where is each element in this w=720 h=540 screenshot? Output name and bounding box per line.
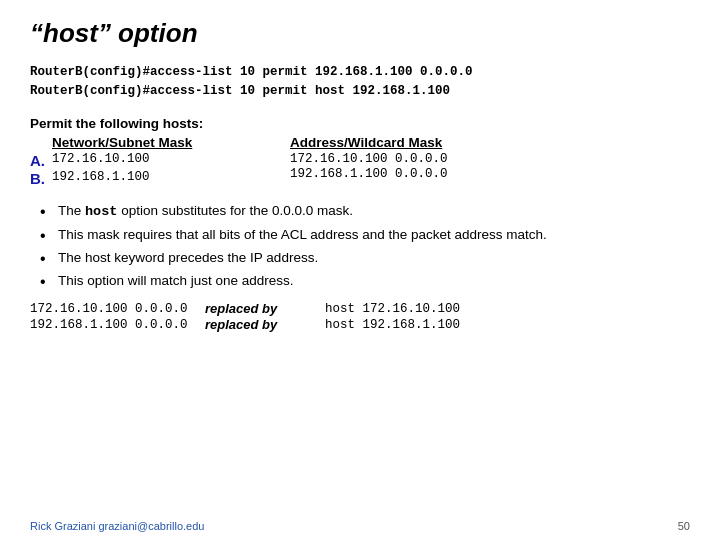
code-block: RouterB(config)#access-list 10 permit 19… [30, 63, 690, 102]
bullet-text-3: The host keyword precedes the IP address… [58, 249, 690, 268]
footer: Rick Graziani graziani@cabrillo.edu 50 [0, 520, 720, 532]
replaced-result-1: host 172.16.10.100 [325, 302, 460, 316]
network-a: 172.16.10.100 [52, 152, 150, 166]
bullet-item-4: • This option will match just one addres… [40, 272, 690, 291]
bullet-item-3: • The host keyword precedes the IP addre… [40, 249, 690, 268]
wildcard-b: 192.168.1.100 0.0.0.0 [290, 167, 448, 181]
replaced-by-2: replaced by [205, 317, 325, 332]
footer-author: Rick Graziani graziani@cabrillo.edu [30, 520, 204, 532]
host-code: host [85, 204, 117, 219]
permit-row-b: B. 192.168.1.100 [30, 170, 290, 187]
replaced-addr-2: 192.168.1.100 0.0.0.0 [30, 318, 205, 332]
col-header-wildcard: Address/Wildcard Mask [290, 135, 550, 150]
replaced-result-2: host 192.168.1.100 [325, 318, 460, 332]
bullet-text-2: This mask requires that all bits of the … [58, 226, 690, 245]
wildcard-a: 172.16.10.100 0.0.0.0 [290, 152, 448, 166]
wildcard-row-b: 192.168.1.100 0.0.0.0 [290, 167, 550, 181]
letter-a: A. [30, 152, 52, 169]
letter-b: B. [30, 170, 52, 187]
bullet-text-4: This option will match just one address. [58, 272, 690, 291]
permit-section: Permit the following hosts: Network/Subn… [30, 116, 690, 188]
network-b: 192.168.1.100 [52, 170, 150, 184]
bullet-dot-3: • [40, 249, 58, 268]
permit-right-col: Address/Wildcard Mask 172.16.10.100 0.0.… [290, 135, 550, 188]
bullet-text-1: The host option substitutes for the 0.0.… [58, 202, 690, 222]
permit-heading: Permit the following hosts: [30, 116, 690, 131]
permit-row-a: A. 172.16.10.100 [30, 152, 290, 169]
replaced-row-1: 172.16.10.100 0.0.0.0 replaced by host 1… [30, 301, 690, 316]
wildcard-row-a: 172.16.10.100 0.0.0.0 [290, 152, 550, 166]
col-header-network: Network/Subnet Mask [52, 135, 290, 150]
bullet-item-1: • The host option substitutes for the 0.… [40, 202, 690, 222]
replaced-addr-1: 172.16.10.100 0.0.0.0 [30, 302, 205, 316]
bullet-list: • The host option substitutes for the 0.… [40, 202, 690, 291]
bullet-item-2: • This mask requires that all bits of th… [40, 226, 690, 245]
replaced-section: 172.16.10.100 0.0.0.0 replaced by host 1… [30, 301, 690, 332]
footer-page: 50 [678, 520, 690, 532]
permit-table: Network/Subnet Mask A. 172.16.10.100 B. … [30, 135, 690, 188]
code-line-2: RouterB(config)#access-list 10 permit ho… [30, 82, 690, 101]
bullet-dot-1: • [40, 202, 58, 221]
bullet-dot-2: • [40, 226, 58, 245]
permit-left-col: Network/Subnet Mask A. 172.16.10.100 B. … [30, 135, 290, 188]
bullet-dot-4: • [40, 272, 58, 291]
replaced-row-2: 192.168.1.100 0.0.0.0 replaced by host 1… [30, 317, 690, 332]
page-title: “host” option [30, 18, 690, 49]
replaced-by-1: replaced by [205, 301, 325, 316]
code-line-1: RouterB(config)#access-list 10 permit 19… [30, 63, 690, 82]
